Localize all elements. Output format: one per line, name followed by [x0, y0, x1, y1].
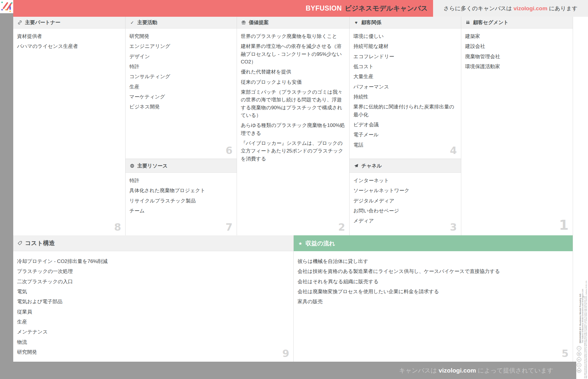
- list-item: 持続性: [353, 93, 457, 101]
- list-item: お問い合わせページ: [353, 207, 457, 215]
- brand-name: BYFUSION: [306, 4, 342, 12]
- footer-prefix: キャンバスは: [399, 367, 439, 374]
- tagline-prefix: さらに多くのキャンバスは: [444, 5, 514, 11]
- attribution-subtitle: The makers of Business Model Generation …: [582, 251, 584, 343]
- globe-icon: [130, 163, 135, 168]
- section-title: 顧客関係: [361, 19, 381, 26]
- list-item: コンサルティング: [129, 73, 233, 81]
- section-customer-relationships: ♥ 顧客関係 環境に優しい持続可能な建材エコフレンドリー低コスト大量生産パフォー…: [350, 17, 461, 159]
- list-item: 電気: [17, 288, 289, 296]
- section-number: 2: [338, 221, 345, 233]
- list-item: 二次プラスチックの入口: [17, 278, 289, 286]
- list-item: 従来のブロックよりも安価: [241, 78, 345, 86]
- section-header: チャネル: [350, 159, 461, 173]
- list-item: 優れた代替建材を提供: [241, 68, 345, 76]
- list-item: 大量生産: [353, 73, 457, 81]
- list-item: リサイクルプラスチック製品: [129, 197, 233, 205]
- section-items: 彼らは機械を自治体に貸し出す会社は技術を資格のある製造業者にライセンス供与し、ケ…: [294, 251, 573, 306]
- list-item: 建材業界の埋立地への依存を減少させる（溶融プロセスなし - コンクリートの95%…: [241, 43, 345, 66]
- list-item: ビデオ会議: [353, 121, 457, 129]
- section-title: 価値提案: [249, 19, 269, 26]
- list-item: 物流: [17, 338, 289, 346]
- list-item: 東部ゴミパッチ（プラスチックのゴミは我々の世界の海で増加し続ける問題であり、浮遊…: [241, 88, 345, 119]
- section-number: 3: [450, 221, 457, 233]
- section-title: 主要活動: [137, 19, 157, 26]
- list-item: 会社はそれを異なる組織に販売する: [298, 278, 569, 286]
- header-bar: BYFUSION ビジネスモデルキャンバス: [13, 0, 433, 17]
- section-number: 8: [114, 221, 121, 233]
- list-item: 生産: [129, 83, 233, 91]
- section-title: コスト構造: [25, 239, 55, 247]
- check-icon: ✓: [130, 20, 135, 25]
- list-item: 会社は廃棄物変換プロセスを使用したい企業に料金を請求する: [298, 288, 569, 296]
- section-items: 環境に優しい持続可能な建材エコフレンドリー低コスト大量生産パフォーマンス持続性業…: [350, 28, 461, 149]
- heart-icon: ♥: [354, 20, 359, 25]
- section-revenue-streams: ★ 収益の流れ 彼らは機械を自治体に貸し出す会社は技術を資格のある製造業者にライ…: [294, 235, 573, 362]
- list-item: 生産: [17, 318, 289, 326]
- section-header: 主要パートナー: [13, 17, 125, 28]
- section-items: 建築家建設会社廃棄物管理会社環境保護活動家: [461, 28, 573, 71]
- section-items: 世界のプラスチック廃棄物を取り除くこと建材業界の埋立地への依存を減少させる（溶融…: [237, 28, 349, 163]
- footer-suffix: によって提供されています: [476, 367, 553, 374]
- attribution-title: DESIGNED BY: Business Model Foundry AG: [579, 251, 582, 343]
- creative-commons-badges: i$c=cc: [577, 346, 581, 373]
- list-item: 従業員: [17, 308, 289, 316]
- vizologi-logo-icon: [0, 0, 13, 13]
- list-item: 建設会社: [465, 43, 569, 50]
- section-header: 主要リソース: [126, 159, 237, 173]
- section-channels: チャネル インターネットソーシャルネットワークデジタルメディアお問い合わせページ…: [350, 159, 461, 235]
- section-title: 主要リソース: [137, 162, 168, 169]
- section-key-resources: 主要リソース 特許具体化された廃棄物プロジェクトリサイクルプラスチック製品チーム…: [126, 159, 237, 235]
- cc-badge-icon: cc: [577, 368, 581, 373]
- cc-badge-icon: c: [577, 357, 581, 362]
- list-item: 電子メール: [353, 131, 457, 139]
- list-item: 電気および電子部品: [17, 298, 289, 306]
- footer-text: キャンバスは vizologi.com によって提供されています: [399, 366, 553, 375]
- section-header: ★ 収益の流れ: [294, 235, 573, 251]
- list-item: 世界のプラスチック廃棄物を取り除くこと: [241, 33, 345, 40]
- section-key-partners: 主要パートナー 資材提供者バハマのライセンス生産者 8: [13, 17, 126, 235]
- list-item: ビジネス開発: [129, 103, 233, 111]
- list-item: 具体化された廃棄物プロジェクト: [129, 187, 233, 194]
- users-icon: [465, 20, 470, 25]
- list-item: 業界に伝統的に関連付けられた炭素排出量の最小化: [353, 103, 457, 119]
- list-item: デジタルメディア: [353, 197, 457, 205]
- cc-badge-icon: i: [577, 346, 581, 351]
- tagline-suffix: にあります: [547, 5, 578, 11]
- list-item: 廃棄物管理会社: [465, 53, 569, 61]
- list-item: 建築家: [465, 33, 569, 40]
- left-margin-strip: [0, 13, 13, 379]
- header-tagline-bar: さらに多くのキャンバスは vizologi.com にあります: [433, 0, 588, 17]
- section-items: 資材提供者バハマのライセンス生産者: [13, 28, 125, 51]
- section-number: 5: [562, 348, 569, 359]
- list-item: エコフレンドリー: [353, 53, 457, 61]
- section-number: 6: [225, 145, 233, 156]
- gift-icon: [241, 20, 246, 25]
- list-item: 『バイブロッカー』システムは、ブロックの立方フィートあたり25ポンドのプラスチッ…: [241, 140, 345, 163]
- list-item: 冷却プロテイン - CO2排出量を76%削減: [17, 258, 289, 265]
- section-cost-structure: コスト構造 冷却プロテイン - CO2排出量を76%削減プラスチックの一次処理二…: [13, 235, 294, 362]
- section-title: 顧客セグメント: [473, 19, 509, 26]
- section-number: 4: [450, 145, 457, 156]
- list-item: マーケティング: [129, 93, 233, 101]
- footer-bar: キャンバスは vizologi.com によって提供されています: [0, 362, 576, 379]
- list-item: バハマのライセンス生産者: [17, 43, 121, 50]
- section-number: 9: [282, 348, 289, 359]
- vizologi-logo[interactable]: [0, 0, 13, 13]
- list-item: 低コスト: [353, 63, 457, 71]
- section-header: ♥ 顧客関係: [350, 17, 461, 28]
- section-header: ✓ 主要活動: [126, 17, 237, 28]
- link-icon: [17, 20, 22, 25]
- list-item: 資材提供者: [17, 33, 121, 40]
- section-customer-segments: 顧客セグメント 建築家建設会社廃棄物管理会社環境保護活動家 1: [461, 17, 573, 235]
- list-item: 彼らは機械を自治体に貸し出す: [298, 258, 569, 265]
- footer-link[interactable]: vizologi.com: [439, 367, 476, 374]
- list-item: 会社は技術を資格のある製造業者にライセンス供与し、ケースバイケースで直接協力する: [298, 268, 569, 275]
- section-header: 顧客セグメント: [461, 17, 573, 28]
- list-item: 家具の販売: [298, 298, 569, 306]
- section-number: 7: [225, 221, 233, 233]
- list-item: インターネット: [353, 177, 457, 185]
- tagline-link[interactable]: vizologi.com: [514, 5, 547, 11]
- section-items: 研究開発エンジニアリングデザイン特許コンサルティング生産マーケティングビジネス開…: [126, 28, 237, 111]
- cc-badge-icon: $: [577, 352, 581, 356]
